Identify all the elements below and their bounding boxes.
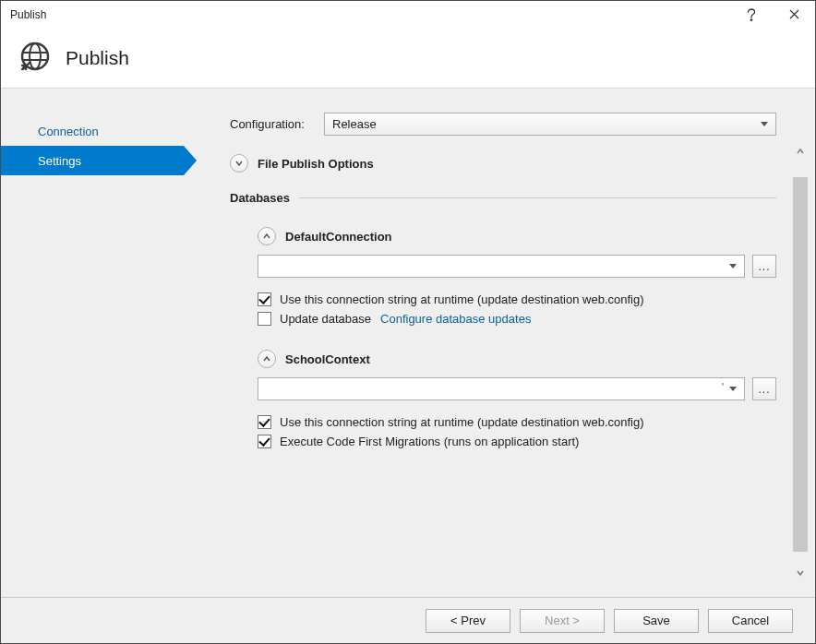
- default-connection-title: DefaultConnection: [285, 230, 392, 244]
- divider: [299, 197, 776, 198]
- nav-settings[interactable]: Settings: [1, 146, 184, 175]
- scrollbar-thumb[interactable]: [793, 177, 808, 552]
- school-context-section: SchoolContext ' ... Use this connection …: [230, 350, 776, 448]
- school-migrations-checkbox[interactable]: [258, 435, 271, 448]
- databases-header: Databases: [230, 191, 776, 205]
- school-context-title: SchoolContext: [285, 352, 370, 366]
- save-button[interactable]: Save: [614, 609, 699, 633]
- banner: Publish: [1, 29, 815, 89]
- configuration-value: Release: [332, 117, 377, 131]
- school-use-runtime-label: Use this connection string at runtime (u…: [280, 415, 644, 429]
- publish-dialog: Publish Publish Connection Settings: [0, 0, 816, 644]
- default-connection-browse-button[interactable]: ...: [752, 255, 776, 278]
- svg-point-0: [750, 18, 752, 20]
- school-context-header[interactable]: SchoolContext: [258, 350, 776, 368]
- close-button[interactable]: [773, 1, 815, 29]
- chevron-up-icon: [258, 227, 276, 245]
- school-use-runtime-checkbox[interactable]: [258, 415, 271, 429]
- school-context-browse-button[interactable]: ...: [752, 377, 776, 400]
- configure-db-updates-link[interactable]: Configure database updates: [380, 312, 531, 326]
- scroll-up-icon[interactable]: [793, 144, 808, 159]
- nav-connection[interactable]: Connection: [1, 116, 184, 146]
- default-use-runtime-checkbox[interactable]: [258, 292, 271, 306]
- settings-pane: Configuration: Release File Publish Opti…: [184, 89, 815, 597]
- banner-title: Publish: [66, 47, 129, 69]
- next-button: Next >: [520, 609, 605, 633]
- svg-point-2: [30, 43, 41, 69]
- school-context-combo[interactable]: ': [258, 377, 745, 400]
- default-connection-combo[interactable]: [258, 255, 745, 278]
- file-publish-options-title: File Publish Options: [258, 157, 374, 171]
- window-title: Publish: [10, 8, 46, 21]
- wizard-nav: Connection Settings: [1, 89, 184, 597]
- school-migrations-label: Execute Code First Migrations (runs on a…: [280, 435, 579, 448]
- configuration-select[interactable]: Release: [324, 113, 776, 136]
- default-use-runtime-label: Use this connection string at runtime (u…: [280, 292, 644, 306]
- prev-button[interactable]: < Prev: [426, 609, 510, 633]
- quote-icon: ': [722, 381, 724, 394]
- configuration-label: Configuration:: [230, 117, 324, 131]
- default-update-db-checkbox[interactable]: [258, 312, 271, 326]
- chevron-down-icon: [230, 154, 248, 173]
- scroll-down-icon[interactable]: [793, 566, 808, 580]
- databases-title: Databases: [230, 191, 290, 205]
- dialog-body: Connection Settings Configuration: Relea…: [1, 89, 815, 597]
- cancel-button[interactable]: Cancel: [708, 609, 793, 633]
- help-button[interactable]: [730, 1, 773, 29]
- vertical-scrollbar[interactable]: [793, 144, 808, 580]
- configuration-row: Configuration: Release: [230, 113, 776, 136]
- globe-publish-icon: [19, 41, 51, 76]
- default-connection-header[interactable]: DefaultConnection: [258, 227, 776, 245]
- file-publish-options-header[interactable]: File Publish Options: [230, 154, 776, 173]
- default-update-db-label: Update database: [280, 312, 371, 326]
- dialog-footer: < Prev Next > Save Cancel: [1, 597, 815, 643]
- title-bar: Publish: [1, 1, 815, 29]
- chevron-up-icon: [258, 350, 276, 368]
- default-connection-section: DefaultConnection ... Use this connectio…: [230, 227, 776, 326]
